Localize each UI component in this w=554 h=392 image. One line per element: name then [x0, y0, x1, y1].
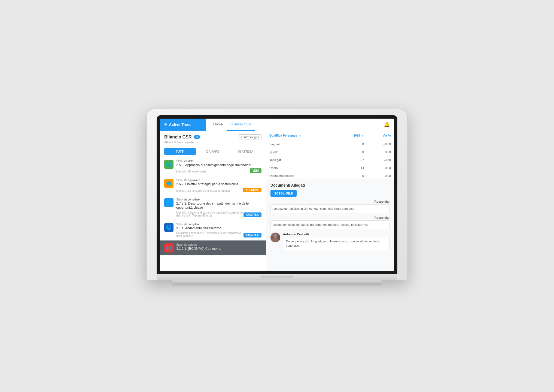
comment-block-1: Rosso Mar Lorectetuer adipiscing elit. A… — [270, 200, 390, 213]
cell-qualifica: Operai — [266, 164, 336, 172]
item-icon-blue-dark: 🌐 — [164, 223, 173, 232]
cell-qualifica: Operai Apprendisti — [266, 172, 336, 180]
cell-var: +0.00 — [367, 164, 394, 172]
item-status: Stato: da compilare — [176, 223, 261, 226]
vedi-button[interactable]: VEDI — [250, 168, 261, 173]
globe-icon: 🌐 — [166, 162, 172, 167]
item-meta: Relazione economica / Resoconto sui dati… — [176, 232, 243, 237]
item-meta: Identita' / La sostenibilità in Toscana … — [176, 189, 230, 192]
navbar-brand-title: Active Trees — [169, 122, 191, 127]
panel-title-text: Bilancio CSR — [164, 135, 191, 140]
avatar-inner — [270, 233, 280, 242]
compila-button[interactable]: COMPILA — [243, 212, 261, 217]
navbar-brand: ≡ Active Trees — [160, 119, 206, 131]
avatar-comment-text: Donec pede justo, fringget, arcu. In eni… — [283, 237, 390, 250]
filter-da-fare[interactable]: DA FARE — [197, 148, 229, 155]
nav-link-home[interactable]: Home — [209, 119, 227, 131]
panel-badge: 14 — [194, 135, 200, 139]
list-item[interactable]: 🌐 Stato: da compilare 2.7.3.1. Descrizio… — [160, 195, 266, 220]
col-qualifica[interactable]: Qualifica Personale ⇕ — [266, 131, 336, 140]
item-icon-blue: 🌐 — [164, 198, 173, 207]
qualifica-table: Qualifica Personale ⇕ 2016 ⇕ Var % — [266, 131, 394, 180]
item-meta: Identita' / Gli stakeholder — [176, 170, 206, 173]
svg-point-1 — [272, 238, 279, 242]
item-title: 3.1.2.1. [ECON7/C] Commento — [176, 247, 261, 251]
menu-icon: ≡ — [164, 122, 167, 127]
approva-button[interactable]: APPROVA — [243, 188, 261, 192]
list-item[interactable]: 🌐 Stato: validato 2.5.3. Approccio al co… — [160, 157, 266, 176]
item-title: 2.5.3. Approccio al coinvolgimento degli… — [176, 163, 261, 168]
documents-section: Documenti Allegati SCEGLI FILE Rosso Mar… — [266, 180, 394, 254]
svg-point-0 — [273, 234, 277, 238]
left-panel: Bilancio CSR 14 contrassegna Attività di… — [160, 131, 266, 271]
status-label: Stato: — [176, 243, 183, 246]
items-list: 🌐 Stato: validato 2.5.3. Approccio al co… — [160, 157, 266, 271]
col-var: Var % — [367, 131, 394, 140]
sort-icon-2016: ⇕ — [362, 134, 364, 137]
laptop-notch — [261, 276, 293, 278]
comment-author-1: Rosso Mar — [270, 200, 390, 203]
col-qualifica-label: Qualifica Personale — [269, 134, 297, 137]
laptop-base — [157, 274, 397, 280]
cell-value: 27 — [336, 156, 367, 164]
item-meta: Identita' / Il sistema di governo e gest… — [176, 211, 243, 217]
item-status: Stato: da validare — [176, 243, 261, 246]
item-title: 2.7.3.1. Descrizione degli impatti, dei … — [176, 202, 261, 210]
cell-var: -3.70 — [367, 156, 394, 164]
item-footer: Identita' / La sostenibilità in Toscana … — [176, 188, 261, 192]
cell-value: 0 — [336, 172, 367, 180]
comment-block-2: Rosso Mar Joque penatibus et magnis dis … — [270, 216, 390, 229]
item-footer: Identita' / Gli stakeholder VEDI — [176, 168, 261, 173]
status-label: Stato: — [176, 223, 183, 226]
cell-var: +0.00 — [367, 172, 394, 180]
screen-bezel: ≡ Active Trees Home Bilancio CSR 🔔 — [157, 115, 397, 274]
cell-qualifica: Impiegati — [266, 156, 336, 164]
navbar-links: Home Bilancio CSR — [206, 119, 384, 131]
bell-icon[interactable]: 🔔 — [384, 122, 390, 128]
globe-icon: 🌐 — [166, 200, 172, 205]
table-row: Dirigenti 0 +0.00 — [266, 140, 394, 148]
documents-title: Documenti Allegati — [270, 183, 390, 187]
commenter-name: Antonino Cencetti — [283, 233, 390, 236]
item-icon-orange: 🌐 — [164, 179, 173, 188]
globe-icon: 🌐 — [166, 245, 172, 251]
item-status: Stato: da approvare — [176, 179, 261, 182]
item-title: 2.6.2. Obiettivi strategici per la soste… — [176, 182, 261, 187]
item-content: Stato: da compilare 3.1.1. Andamento del… — [176, 223, 261, 238]
list-item-highlighted[interactable]: 🌐 Stato: da validare 3.1.2.1. [ECON7/C] … — [160, 240, 266, 255]
screen: ≡ Active Trees Home Bilancio CSR 🔔 — [160, 119, 394, 271]
scegli-file-button[interactable]: SCEGLI FILE — [270, 190, 297, 197]
laptop-wrapper: ≡ Active Trees Home Bilancio CSR 🔔 — [146, 109, 408, 283]
item-icon-green: 🌐 — [164, 160, 173, 169]
cell-var: +0.00 — [367, 140, 394, 148]
col-2016-label: 2016 — [354, 134, 360, 137]
cell-qualifica: Quadri — [266, 148, 336, 156]
list-item[interactable]: 🌐 Stato: da compilare 3.1.1. Andamento d… — [160, 220, 266, 241]
status-label: Stato: — [176, 179, 183, 182]
cell-var: +0.00 — [367, 148, 394, 156]
sort-icon: ⇕ — [299, 134, 301, 137]
cell-value: 0 — [336, 140, 367, 148]
status-value: da validare — [184, 243, 197, 246]
right-panel: Qualifica Personale ⇕ 2016 ⇕ Var % — [266, 131, 394, 271]
panel-header: Bilancio CSR 14 contrassegna Attività di… — [160, 131, 266, 146]
table-row: Operai Apprendisti 0 +0.00 — [266, 172, 394, 180]
nav-link-bilancio[interactable]: Bilancio CSR — [227, 119, 255, 131]
main-content: Bilancio CSR 14 contrassegna Attività di… — [160, 131, 394, 271]
globe-icon: 🌐 — [166, 181, 172, 186]
list-item[interactable]: 🌐 Stato: da approvare 2.6.2. Obiettivi s… — [160, 176, 266, 195]
comment-author-2: Rosso Mar — [270, 216, 390, 219]
item-status: Stato: da compilare — [176, 198, 261, 201]
table-row: Impiegati 27 -3.70 — [266, 156, 394, 164]
cell-value: 14 — [336, 164, 367, 172]
filter-tutti[interactable]: TUTTI — [164, 148, 196, 155]
status-value: da compilare — [184, 223, 200, 226]
table-row: Quadri 0 +0.00 — [266, 148, 394, 156]
status-value: da approvare — [184, 179, 200, 182]
contrassegna-button[interactable]: contrassegna — [239, 134, 261, 140]
item-content: Stato: da approvare 2.6.2. Obiettivi str… — [176, 179, 261, 192]
item-status: Stato: validato — [176, 160, 261, 163]
col-2016[interactable]: 2016 ⇕ — [336, 131, 367, 140]
filter-in-attesa[interactable]: IN ATTESA — [230, 148, 261, 155]
compila-button-2[interactable]: COMPILA — [243, 233, 261, 237]
